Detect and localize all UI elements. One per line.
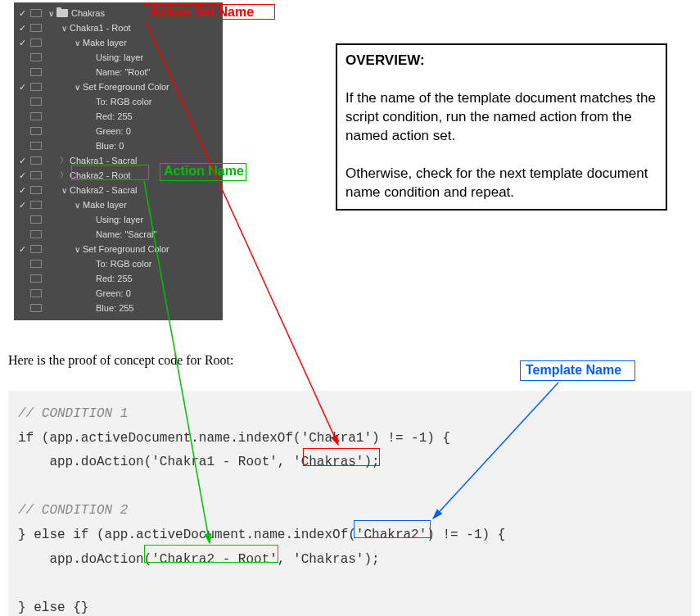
action-row-label: Blue: 0 [96, 141, 124, 151]
check-icon: ✓ [14, 38, 30, 48]
action-row[interactable]: ✓∨Set Foreground Color [14, 242, 223, 256]
dialog-toggle-box[interactable] [30, 156, 42, 165]
action-row-label: Set Foreground Color [83, 82, 169, 92]
dialog-toggle-box[interactable] [30, 245, 42, 253]
code-blank2 [18, 576, 26, 591]
action-row-label: Green: 0 [96, 126, 131, 136]
actions-panel: ✓∨Chakras✓∨Chakra1 - Root✓∨Make layerUsi… [14, 2, 223, 320]
check-icon: ✓ [14, 170, 30, 181]
dialog-toggle-box[interactable] [30, 142, 42, 150]
dialog-toggle-box[interactable] [30, 112, 42, 120]
dialog-toggle-box[interactable] [30, 171, 42, 179]
action-name-highlight-panel [71, 165, 149, 180]
action-row[interactable]: Red: 255 [14, 271, 223, 286]
chevron-icon[interactable]: ∨ [71, 38, 83, 48]
action-row[interactable]: Using: layer [14, 212, 223, 227]
dialog-toggle-box[interactable] [30, 68, 42, 76]
code-blank [18, 479, 26, 494]
chevron-icon[interactable]: 〉 [58, 155, 70, 166]
action-row-label: Red: 255 [96, 111, 133, 121]
code-line-3: } else if (app.activeDocument.name.index… [18, 528, 505, 542]
template-name-label: Template Name [526, 363, 621, 378]
action-row[interactable]: Name: "Sacral" [14, 227, 223, 242]
action-row-label: Chakra2 - Sacral [70, 185, 138, 195]
action-row-label: Set Foreground Color [83, 244, 169, 254]
dialog-toggle-box[interactable] [30, 230, 42, 238]
action-row[interactable]: ✓∨Make layer [14, 197, 223, 212]
action-row[interactable]: To: RGB color [14, 94, 223, 109]
check-icon: ✓ [14, 200, 30, 211]
dialog-toggle-box[interactable] [30, 304, 42, 312]
overview-title: OVERVIEW: [345, 52, 657, 70]
action-row[interactable]: ✓∨Chakra2 - Sacral [14, 183, 223, 197]
check-icon: ✓ [14, 82, 30, 93]
chevron-icon[interactable]: ∨ [71, 245, 83, 254]
dialog-toggle-box[interactable] [30, 201, 42, 209]
action-row-label: To: RGB color [96, 97, 151, 106]
dialog-toggle-box[interactable] [30, 53, 42, 61]
action-row[interactable]: Red: 255 [14, 109, 223, 124]
check-icon: ✓ [14, 156, 30, 166]
action-row-label: Blue: 255 [96, 303, 133, 313]
action-row-label: Using: layer [96, 215, 143, 224]
chevron-icon[interactable]: ∨ [45, 9, 56, 18]
chevron-icon[interactable]: ∨ [58, 24, 70, 33]
check-icon: ✓ [14, 8, 30, 19]
check-icon: ✓ [14, 185, 30, 196]
dialog-toggle-box[interactable] [30, 83, 42, 91]
dialog-toggle-box[interactable] [30, 97, 42, 106]
action-row-label: Green: 0 [96, 288, 131, 298]
action-row-label: Red: 255 [96, 274, 133, 283]
check-icon: ✓ [14, 244, 30, 255]
action-row-label: Name: "Sacral" [96, 229, 156, 239]
dialog-toggle-box[interactable] [30, 289, 42, 297]
chevron-icon[interactable]: ∨ [58, 186, 70, 195]
overview-paragraph-1: If the name of the template document mat… [345, 89, 657, 146]
code-comment-1: // CONDITION 1 [18, 406, 128, 421]
action-row[interactable]: Blue: 0 [14, 138, 223, 153]
chakra2-root-string-highlight [144, 545, 278, 563]
action-name-label: Action Name [164, 164, 244, 179]
chakras-string-highlight [303, 448, 380, 466]
overview-paragraph-2: Otherwise, check for the next template d… [345, 165, 657, 202]
action-row-label: To: RGB color [96, 259, 151, 269]
action-row[interactable]: Blue: 255 [14, 301, 223, 315]
action-row[interactable]: Green: 0 [14, 124, 223, 138]
code-comment-2: // CONDITION 2 [18, 503, 128, 518]
chevron-icon[interactable]: ∨ [71, 201, 83, 210]
overview-box: OVERVIEW: If the name of the template do… [336, 43, 667, 211]
action-row[interactable]: Name: "Root" [14, 65, 223, 79]
dialog-toggle-box[interactable] [30, 24, 42, 32]
action-row-label: Chakra1 - Root [70, 23, 131, 33]
dialog-toggle-box[interactable] [30, 260, 42, 268]
action-row[interactable]: Green: 0 [14, 286, 223, 301]
action-row-label: Make layer [83, 200, 127, 210]
action-set-name-label: Action Set Name [150, 5, 254, 20]
dialog-toggle-box[interactable] [30, 215, 42, 224]
action-row-label: Chakras [71, 8, 105, 18]
folder-icon [56, 9, 68, 17]
chevron-icon[interactable]: 〉 [58, 170, 70, 181]
body-text: Here is the proof of concept code for Ro… [8, 353, 233, 368]
check-icon: ✓ [14, 23, 30, 34]
dialog-toggle-box[interactable] [30, 127, 42, 135]
action-row-label: Using: layer [96, 52, 143, 62]
action-row[interactable]: ✓∨Make layer [14, 35, 223, 50]
dialog-toggle-box[interactable] [30, 274, 42, 283]
code-line-1: if (app.activeDocument.name.indexOf('Cha… [18, 431, 450, 446]
action-row[interactable]: ✓∨Chakra1 - Root [14, 20, 223, 35]
action-row[interactable]: Using: layer [14, 50, 223, 65]
action-row[interactable]: To: RGB color [14, 256, 223, 271]
code-block: // CONDITION 1 if (app.activeDocument.na… [8, 391, 692, 616]
code-line-5: } else {} [18, 600, 88, 615]
action-row-label: Name: "Root" [96, 67, 151, 77]
action-row[interactable]: ✓∨Set Foreground Color [14, 79, 223, 94]
action-row-label: Make layer [83, 38, 127, 48]
dialog-toggle-box[interactable] [30, 9, 42, 17]
chevron-icon[interactable]: ∨ [71, 83, 83, 92]
dialog-toggle-box[interactable] [30, 186, 42, 194]
chakra2-indexof-highlight [354, 520, 431, 538]
dialog-toggle-box[interactable] [30, 38, 42, 47]
